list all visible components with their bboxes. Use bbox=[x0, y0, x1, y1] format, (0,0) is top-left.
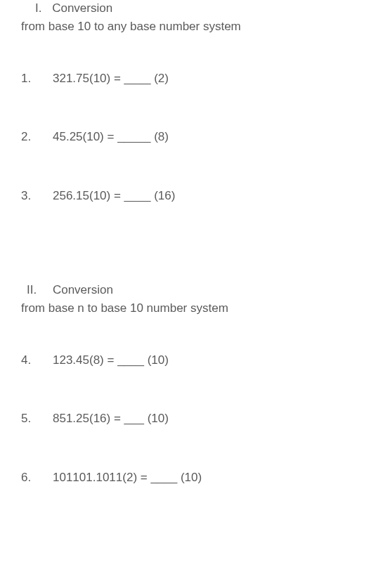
problem-text: 321.75(10) = ____ (2) bbox=[53, 70, 355, 87]
problem-number: 2. bbox=[21, 129, 53, 145]
problem-text: 45.25(10) = _____ (8) bbox=[53, 129, 355, 145]
section-1-title: Conversion bbox=[52, 1, 112, 15]
problem-row: 5. 851.25(16) = ___ (10) bbox=[21, 410, 355, 427]
problem-row: 3. 256.15(10) = ____ (16) bbox=[21, 188, 355, 204]
problem-row: 2. 45.25(10) = _____ (8) bbox=[21, 129, 355, 145]
problem-number: 3. bbox=[21, 188, 53, 204]
section-2-header: II. Conversion from base n to base 10 nu… bbox=[21, 282, 355, 317]
section-1-header: I. Conversion from base 10 to any base n… bbox=[21, 0, 355, 35]
problem-text: 101101.1011(2) = ____ (10) bbox=[53, 469, 355, 486]
problem-row: 6. 101101.1011(2) = ____ (10) bbox=[21, 469, 355, 486]
section-2-subtitle: from base n to base 10 number system bbox=[21, 300, 355, 317]
problem-number: 4. bbox=[21, 352, 53, 369]
section-2-title: Conversion bbox=[53, 283, 113, 296]
problem-text: 851.25(16) = ___ (10) bbox=[53, 410, 355, 427]
section-1-roman: I. bbox=[35, 0, 41, 17]
problem-number: 5. bbox=[21, 410, 53, 427]
problem-text: 123.45(8) = ____ (10) bbox=[53, 352, 355, 369]
problem-row: 1. 321.75(10) = ____ (2) bbox=[21, 70, 355, 87]
problem-row: 4. 123.45(8) = ____ (10) bbox=[21, 352, 355, 369]
section-2-roman: II. bbox=[27, 282, 37, 299]
section-1-subtitle: from base 10 to any base number system bbox=[21, 18, 355, 35]
problem-text: 256.15(10) = ____ (16) bbox=[53, 188, 355, 204]
problem-number: 6. bbox=[21, 469, 53, 486]
problem-number: 1. bbox=[21, 70, 53, 87]
